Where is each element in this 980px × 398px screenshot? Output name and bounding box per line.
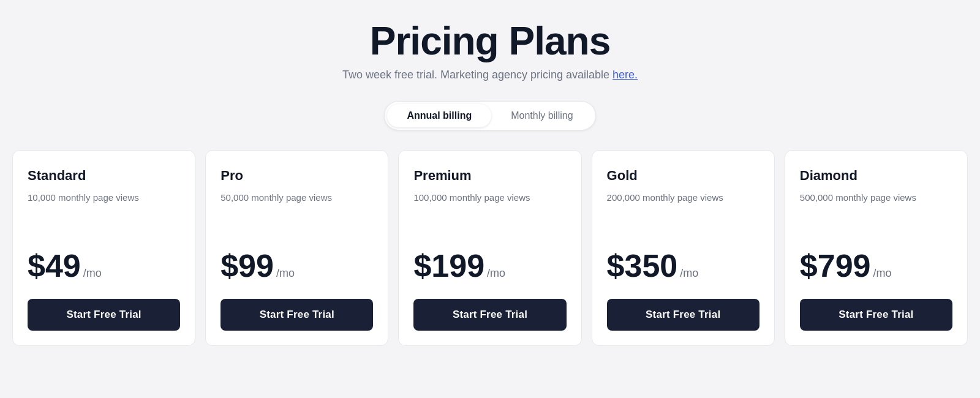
start-trial-button-diamond[interactable]: Start Free Trial [800, 299, 952, 331]
plan-price-row-diamond: $799 /mo [800, 250, 952, 282]
plan-price-gold: $350 [607, 250, 678, 282]
plan-period-pro: /mo [276, 267, 295, 280]
plan-views-pro: 50,000 monthly page views [221, 191, 373, 238]
subtitle-text: Two week free trial. Marketing agency pr… [342, 69, 612, 81]
plan-period-gold: /mo [680, 267, 698, 280]
plan-price-row-premium: $199 /mo [413, 250, 566, 282]
plan-views-premium: 100,000 monthly page views [413, 191, 566, 238]
plans-container: Standard 10,000 monthly page views $49 /… [12, 150, 968, 346]
plan-price-row-pro: $99 /mo [221, 250, 373, 282]
plan-period-diamond: /mo [873, 267, 892, 280]
plan-card-gold: Gold 200,000 monthly page views $350 /mo… [592, 150, 775, 346]
agency-pricing-link[interactable]: here. [612, 69, 638, 81]
plan-name-pro: Pro [221, 168, 373, 184]
monthly-billing-button[interactable]: Monthly billing [491, 104, 592, 127]
billing-toggle: Annual billing Monthly billing [384, 101, 595, 130]
plan-price-pro: $99 [221, 250, 274, 282]
page-header: Pricing Plans Two week free trial. Marke… [342, 20, 638, 81]
plan-card-diamond: Diamond 500,000 monthly page views $799 … [785, 150, 968, 346]
plan-views-diamond: 500,000 monthly page views [800, 191, 952, 238]
annual-billing-button[interactable]: Annual billing [387, 104, 491, 127]
plan-card-pro: Pro 50,000 monthly page views $99 /mo St… [205, 150, 388, 346]
plan-card-standard: Standard 10,000 monthly page views $49 /… [12, 150, 195, 346]
page-title: Pricing Plans [342, 20, 638, 62]
plan-card-premium: Premium 100,000 monthly page views $199 … [398, 150, 581, 346]
plan-price-premium: $199 [413, 250, 484, 282]
plan-period-standard: /mo [83, 267, 102, 280]
start-trial-button-pro[interactable]: Start Free Trial [221, 299, 373, 331]
page-subtitle: Two week free trial. Marketing agency pr… [342, 69, 638, 81]
plan-name-premium: Premium [413, 168, 566, 184]
plan-price-standard: $49 [28, 250, 81, 282]
start-trial-button-premium[interactable]: Start Free Trial [413, 299, 566, 331]
start-trial-button-gold[interactable]: Start Free Trial [607, 299, 760, 331]
plan-name-standard: Standard [28, 168, 180, 184]
plan-price-diamond: $799 [800, 250, 871, 282]
plan-name-diamond: Diamond [800, 168, 952, 184]
start-trial-button-standard[interactable]: Start Free Trial [28, 299, 180, 331]
plan-price-row-gold: $350 /mo [607, 250, 760, 282]
plan-name-gold: Gold [607, 168, 760, 184]
plan-price-row-standard: $49 /mo [28, 250, 180, 282]
plan-views-gold: 200,000 monthly page views [607, 191, 760, 238]
plan-views-standard: 10,000 monthly page views [28, 191, 180, 238]
plan-period-premium: /mo [487, 267, 505, 280]
